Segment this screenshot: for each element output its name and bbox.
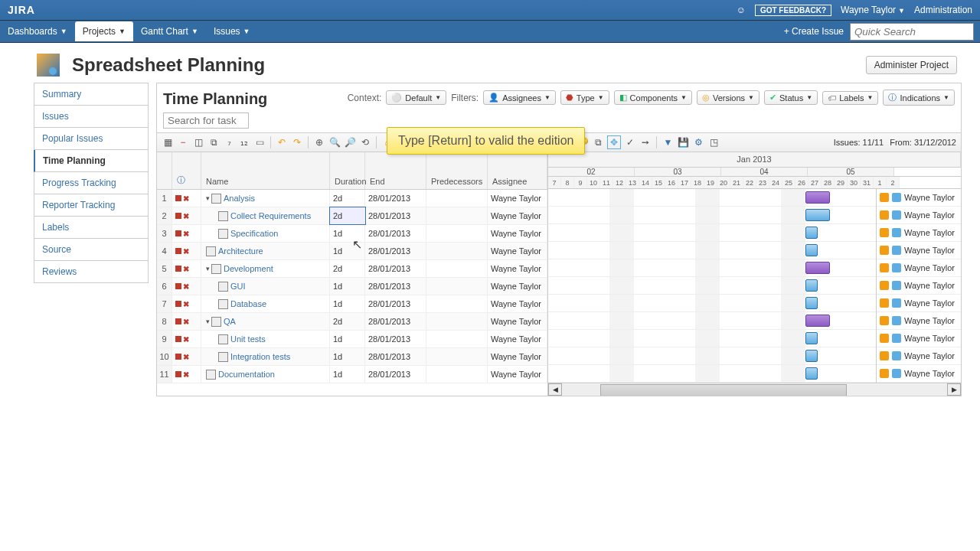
filter-assignees[interactable]: 👤Assignees▼ bbox=[483, 90, 556, 105]
predecessors-cell[interactable] bbox=[426, 225, 488, 242]
end-cell[interactable]: 28/01/2013 bbox=[365, 225, 426, 242]
assignee-cell[interactable]: Wayne Taylor bbox=[488, 278, 547, 295]
assignee-cell[interactable]: Wayne Taylor bbox=[488, 331, 547, 347]
layout-icon[interactable]: ◫ bbox=[192, 136, 204, 148]
week-icon[interactable]: ₇ bbox=[223, 136, 235, 148]
gantt-bar[interactable] bbox=[805, 279, 818, 292]
quick-search-input[interactable] bbox=[850, 23, 974, 41]
col-end[interactable]: End bbox=[365, 152, 426, 189]
predecessors-cell[interactable] bbox=[426, 278, 488, 295]
predecessors-cell[interactable] bbox=[426, 366, 488, 383]
task-name-cell[interactable]: Database bbox=[201, 295, 330, 312]
col-duration[interactable]: Duration bbox=[330, 152, 365, 189]
gantt-bar[interactable] bbox=[805, 227, 818, 239]
filter-indications[interactable]: ⓘIndications▼ bbox=[883, 90, 955, 106]
predecessors-cell[interactable] bbox=[426, 190, 488, 207]
predecessors-cell[interactable] bbox=[426, 243, 488, 259]
assignee-cell[interactable]: Wayne Taylor bbox=[488, 313, 547, 330]
admin-link[interactable]: Administration bbox=[914, 5, 972, 15]
duration-cell[interactable]: 1d bbox=[330, 243, 365, 259]
filter-type[interactable]: ⬣Type▼ bbox=[560, 90, 609, 105]
duration-cell[interactable]: 2d bbox=[330, 207, 365, 224]
end-cell[interactable]: 28/01/2013 bbox=[365, 278, 426, 295]
scroll-right-icon[interactable]: ▶ bbox=[947, 383, 961, 396]
sidebar-item-reporter-tracking[interactable]: Reporter Tracking bbox=[34, 194, 149, 217]
table-row[interactable]: 11✖Documentation1d28/01/2013Wayne Taylor bbox=[157, 366, 547, 383]
predecessors-cell[interactable] bbox=[426, 295, 488, 312]
predecessors-cell[interactable] bbox=[426, 313, 488, 330]
col-assignee[interactable]: Assignee bbox=[488, 152, 547, 189]
sidebar-item-summary[interactable]: Summary bbox=[34, 83, 149, 106]
gantt-bar[interactable] bbox=[805, 191, 830, 204]
administer-project-button[interactable]: Administer Project bbox=[866, 56, 957, 74]
zoom-fit-icon[interactable]: ⊕ bbox=[313, 136, 325, 148]
task-name-cell[interactable]: GUI bbox=[201, 278, 330, 295]
duration-cell[interactable]: 1d bbox=[330, 366, 365, 383]
gantt-bar[interactable] bbox=[805, 244, 818, 256]
assignee-cell[interactable]: Wayne Taylor bbox=[488, 348, 547, 365]
sidebar-item-labels[interactable]: Labels bbox=[34, 217, 149, 239]
sidebar-item-source[interactable]: Source bbox=[34, 239, 149, 261]
task-name-cell[interactable]: Collect Requirements bbox=[201, 207, 330, 224]
duration-cell[interactable]: 2d bbox=[330, 260, 365, 277]
month-icon[interactable]: ₁₂ bbox=[238, 136, 250, 148]
end-cell[interactable]: 28/01/2013 bbox=[365, 207, 426, 224]
move-icon[interactable]: ✥ bbox=[607, 135, 621, 149]
nav-gantt[interactable]: Gantt Chart▼ bbox=[133, 21, 206, 41]
arrow-icon[interactable]: ➙ bbox=[639, 136, 652, 148]
user-menu[interactable]: Wayne Taylor▼ bbox=[841, 5, 905, 15]
misc-icon[interactable]: ◳ bbox=[707, 136, 720, 148]
assignee-cell[interactable]: Wayne Taylor bbox=[488, 190, 547, 207]
feedback-link[interactable]: GOT FEEDBACK? bbox=[755, 5, 831, 16]
predecessors-cell[interactable] bbox=[426, 348, 488, 365]
check-icon[interactable]: ✓ bbox=[624, 136, 636, 148]
search-task-input[interactable] bbox=[163, 112, 249, 129]
table-row[interactable]: 1✖▾Analysis2d28/01/2013Wayne Taylor bbox=[157, 190, 547, 207]
assignee-cell[interactable]: Wayne Taylor bbox=[488, 366, 547, 383]
scroll-left-icon[interactable]: ◀ bbox=[548, 383, 562, 396]
gantt-bar[interactable] bbox=[805, 209, 830, 221]
expand-icon[interactable]: ▾ bbox=[206, 318, 210, 325]
filter-status[interactable]: ✔Status▼ bbox=[764, 90, 818, 105]
gear-icon[interactable]: ⚙ bbox=[692, 136, 704, 148]
predecessors-cell[interactable] bbox=[426, 260, 488, 277]
duration-cell[interactable]: 1d bbox=[330, 278, 365, 295]
gantt-bar[interactable] bbox=[805, 332, 818, 344]
sidebar-item-reviews[interactable]: Reviews bbox=[34, 261, 149, 283]
duration-cell[interactable]: 1d bbox=[330, 348, 365, 365]
assignee-cell[interactable]: Wayne Taylor bbox=[488, 207, 547, 224]
table-row[interactable]: 4✖Architecture1d28/01/2013Wayne Taylor bbox=[157, 243, 547, 260]
gantt-bar[interactable] bbox=[805, 315, 830, 327]
expand-icon[interactable]: ▾ bbox=[206, 194, 210, 202]
table-row[interactable]: 8✖▾QA2d28/01/2013Wayne Taylor bbox=[157, 313, 547, 331]
table-row[interactable]: 2✖Collect Requirements2d28/01/2013Wayne … bbox=[157, 207, 547, 225]
undo-icon[interactable]: ↶ bbox=[276, 136, 288, 148]
assignee-cell[interactable]: Wayne Taylor bbox=[488, 295, 547, 312]
toggle-icon[interactable]: ▦ bbox=[162, 136, 174, 148]
task-name-cell[interactable]: Documentation bbox=[201, 366, 330, 383]
assignee-cell[interactable]: Wayne Taylor bbox=[488, 225, 547, 242]
task-name-cell[interactable]: Unit tests bbox=[201, 331, 330, 347]
assignee-cell[interactable]: Wayne Taylor bbox=[488, 260, 547, 277]
end-cell[interactable]: 28/01/2013 bbox=[365, 313, 426, 330]
filter-components[interactable]: ◧Components▼ bbox=[614, 90, 692, 105]
end-cell[interactable]: 28/01/2013 bbox=[365, 190, 426, 207]
nav-issues[interactable]: Issues▼ bbox=[206, 21, 258, 41]
context-dropdown[interactable]: ⚪Default▼ bbox=[386, 90, 446, 105]
end-cell[interactable]: 28/01/2013 bbox=[365, 348, 426, 365]
redo-icon[interactable]: ↷ bbox=[291, 136, 303, 148]
create-issue-button[interactable]: + Create Issue bbox=[784, 26, 844, 37]
table-row[interactable]: 10✖Integration tests1d28/01/2013Wayne Ta… bbox=[157, 348, 547, 366]
year-icon[interactable]: ▭ bbox=[253, 136, 266, 148]
predecessors-cell[interactable] bbox=[426, 207, 488, 224]
end-cell[interactable]: 28/01/2013 bbox=[365, 243, 426, 259]
duration-cell[interactable]: 2d bbox=[330, 313, 365, 330]
end-cell[interactable]: 28/01/2013 bbox=[365, 366, 426, 383]
col-predecessors[interactable]: Predecessors bbox=[426, 152, 488, 189]
duration-cell[interactable]: 1d bbox=[330, 331, 365, 347]
duration-cell[interactable]: 2d bbox=[330, 190, 365, 207]
link-icon[interactable]: ⧉ bbox=[592, 136, 604, 148]
table-row[interactable]: 6✖GUI1d28/01/2013Wayne Taylor bbox=[157, 278, 547, 295]
refresh-icon[interactable]: ⟲ bbox=[359, 136, 371, 148]
table-row[interactable]: 7✖Database1d28/01/2013Wayne Taylor bbox=[157, 295, 547, 313]
